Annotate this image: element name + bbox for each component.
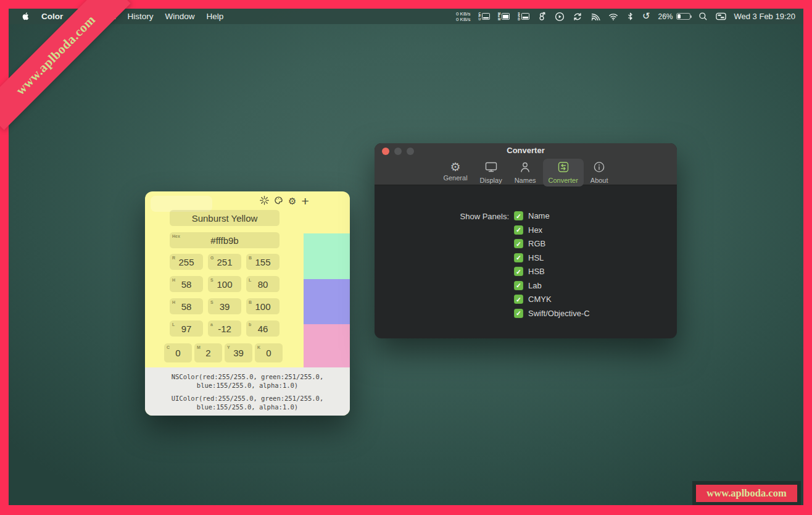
hsb-s-field[interactable]: S39 (208, 298, 241, 314)
converter-window-header: Converter ⚙ General Display (375, 143, 677, 185)
sync-icon[interactable] (573, 12, 582, 22)
panel-checkbox-row[interactable]: ✓ Name (514, 211, 590, 220)
tab-display[interactable]: Display (474, 159, 508, 186)
panel-checkbox-row[interactable]: ✓ CMYK (514, 295, 590, 304)
hsb-h-field[interactable]: H58 (170, 298, 203, 314)
checkbox-checked-icon[interactable]: ✓ (514, 253, 523, 262)
converter-arrows-icon (557, 161, 570, 176)
checkbox-checked-icon[interactable]: ✓ (514, 295, 523, 304)
panel-checkbox-row[interactable]: ✓ Lab (514, 281, 590, 290)
menu-item[interactable]: Window (165, 12, 195, 21)
rgb-g-field[interactable]: G251 (208, 254, 241, 270)
code-snippet-area: NSColor(red:255/255.0, green:251/255.0, … (145, 367, 350, 416)
desktop-wallpaper: Color EditHistoryWindowHelp 0 KB/s0 KB/s… (9, 9, 803, 505)
palette-icon[interactable] (274, 196, 283, 207)
settings-gear-icon[interactable]: ⚙ (288, 197, 296, 206)
time-machine-icon[interactable]: ↺ (642, 12, 650, 21)
hsl-l-field[interactable]: L80 (246, 276, 280, 292)
mem-meter[interactable]: MEM (498, 12, 510, 20)
mem-meter-box (502, 13, 510, 20)
rgb-b-field[interactable]: B155 (246, 254, 280, 270)
bottom-watermark-backdrop: www.aplboda.com (692, 481, 801, 505)
preferences-toolbar: ⚙ General Display Names (375, 159, 677, 186)
person-icon (518, 161, 532, 176)
cpu-meter[interactable]: CPU (478, 12, 490, 20)
ssd-meter-label: SSD (518, 12, 520, 20)
hsl-h-field[interactable]: H58 (170, 276, 203, 292)
bottom-watermark: www.aplboda.com (696, 485, 797, 502)
display-monitor-icon (484, 161, 498, 176)
panel-name-label: Lab (528, 281, 542, 290)
spotlight-search-icon[interactable] (698, 12, 708, 21)
tab-about[interactable]: About (585, 159, 614, 186)
menu-item[interactable]: History (128, 12, 154, 21)
checkbox-checked-icon[interactable]: ✓ (514, 211, 523, 220)
checkbox-checked-icon[interactable]: ✓ (514, 239, 523, 248)
panel-checkbox-row[interactable]: ✓ Swift/Objective-C (514, 309, 590, 318)
panel-name-label: RGB (528, 239, 545, 248)
control-center-icon[interactable] (716, 12, 726, 20)
info-icon (592, 161, 606, 176)
cmyk-y-field[interactable]: Y39 (225, 343, 252, 362)
cmyk-k-field[interactable]: K0 (255, 343, 283, 362)
mem-meter-label: MEM (498, 12, 500, 20)
cmyk-m-field[interactable]: M2 (194, 343, 222, 362)
menubar-app-name[interactable]: Color (41, 12, 63, 21)
swatch-mint[interactable] (304, 233, 350, 279)
bluetooth-icon[interactable] (626, 12, 634, 21)
battery-indicator[interactable]: 26% (658, 12, 690, 21)
add-color-icon[interactable]: + (301, 196, 309, 207)
nscolor-code[interactable]: NSColor(red:255/255.0, green:251/255.0, … (159, 372, 336, 390)
cmyk-c-field[interactable]: C0 (164, 343, 192, 362)
window-title: Converter (375, 146, 677, 155)
cpu-meter-label: CPU (478, 12, 481, 20)
panel-checkbox-row[interactable]: ✓ HSB (514, 267, 590, 276)
tab-general[interactable]: ⚙ General (437, 159, 473, 186)
apple-menu-icon[interactable] (21, 12, 30, 21)
hex-field[interactable]: Hex #fffb9b (170, 232, 280, 248)
battery-icon (676, 13, 690, 20)
play-circle-icon[interactable] (555, 12, 565, 22)
panel-checkbox-row[interactable]: ✓ RGB (514, 239, 590, 248)
menubar-clock[interactable]: Wed 3 Feb 19:20 (734, 12, 796, 21)
screenshot-frame: Color EditHistoryWindowHelp 0 KB/s0 KB/s… (0, 0, 812, 515)
hsb-b-field[interactable]: B100 (246, 298, 280, 314)
lab-a-field[interactable]: a-12 (208, 320, 241, 337)
menu-bar: Color EditHistoryWindowHelp 0 KB/s0 KB/s… (9, 9, 803, 24)
panel-name-label: Hex (528, 225, 542, 235)
rgb-r-field[interactable]: R255 (170, 254, 203, 270)
swatch-pink[interactable] (304, 324, 350, 367)
panel-name-label: HSB (528, 267, 545, 276)
network-speed-indicator[interactable]: 0 KB/s0 KB/s (456, 11, 471, 22)
tab-converter[interactable]: Converter (543, 159, 584, 186)
general-gear-icon: ⚙ (450, 161, 460, 174)
wifi-icon[interactable] (608, 12, 618, 22)
swatch-periwinkle[interactable] (304, 279, 350, 324)
checkbox-checked-icon[interactable]: ✓ (514, 225, 523, 235)
panel-checkbox-row[interactable]: ✓ Hex (514, 225, 590, 235)
panel-checkbox-row[interactable]: ✓ HSL (514, 253, 590, 262)
ssd-meter[interactable]: SSD (518, 12, 529, 20)
checkbox-checked-icon[interactable]: ✓ (514, 267, 523, 276)
panel-checkbox-list: ✓ Name ✓ Hex ✓ RGB ✓ HSL ✓ HSB (514, 211, 590, 318)
checkbox-checked-icon[interactable]: ✓ (514, 281, 523, 290)
lab-b-field[interactable]: b46 (246, 320, 280, 337)
show-panels-label: Show Panels: (375, 212, 509, 221)
color-window-toolbar: ⚙ + (260, 195, 309, 208)
checkbox-checked-icon[interactable]: ✓ (514, 309, 523, 318)
uicolor-code[interactable]: UIColor(red:255/255.0, green:251/255.0, … (159, 394, 336, 411)
converter-preferences-window: Converter ⚙ General Display (375, 143, 677, 338)
converter-content: Show Panels: ✓ Name ✓ Hex ✓ RGB ✓ HSL (375, 185, 677, 338)
audio-waves-icon[interactable] (590, 12, 600, 22)
panel-name-label: Name (528, 211, 550, 220)
lab-l-field[interactable]: L97 (170, 320, 203, 337)
hsl-s-field[interactable]: S100 (208, 276, 241, 292)
tab-names[interactable]: Names (509, 159, 542, 186)
stats-app-icon[interactable] (537, 12, 547, 21)
color-name-field[interactable]: Sunburst Yellow (170, 210, 280, 226)
sparkle-rays-icon[interactable] (260, 196, 269, 207)
panel-name-label: HSL (528, 253, 544, 262)
menu-item[interactable]: Help (207, 12, 224, 21)
menu-bar-status: 0 KB/s0 KB/s CPU MEM SSD (456, 11, 803, 22)
cpu-meter-box (482, 13, 490, 20)
